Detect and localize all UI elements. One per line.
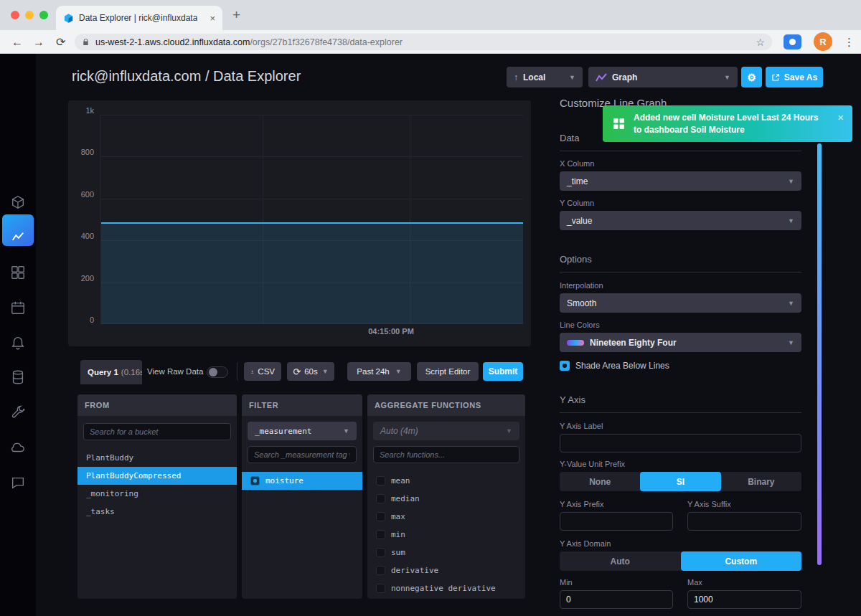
bookmark-star-icon[interactable]: ☆ — [756, 37, 765, 48]
function-item[interactable]: nonnegative derivative — [367, 579, 525, 597]
domain-option-custom[interactable]: Custom — [681, 551, 802, 571]
function-label: mean — [391, 476, 410, 485]
minimize-window-button[interactable] — [25, 11, 34, 19]
y-axis-label-input[interactable] — [560, 434, 801, 452]
auto-refresh-dropdown[interactable]: ⟳ 60s ▼ — [287, 362, 334, 381]
toast-close-icon[interactable]: × — [837, 111, 844, 123]
max-input[interactable] — [687, 590, 801, 609]
back-button[interactable]: ← — [11, 30, 23, 54]
zoom-window-button[interactable] — [39, 11, 48, 19]
nav-tasks-icon[interactable] — [0, 292, 36, 323]
toggle-knob — [209, 368, 217, 376]
y-axis-domain-radio-group: Auto Custom — [560, 551, 801, 571]
bucket-list-item[interactable]: _monitoring — [77, 485, 237, 503]
y-axis-prefix-label: Y Axis Prefix — [560, 500, 604, 508]
tag-value-item-selected[interactable]: moisture — [242, 472, 362, 490]
reload-button[interactable]: ⟳ — [56, 30, 65, 54]
unit-prefix-option-si[interactable]: SI — [640, 472, 720, 491]
function-item[interactable]: sum — [367, 544, 525, 561]
checkbox-checked-icon — [250, 476, 260, 485]
chevron-down-icon: ▼ — [395, 368, 402, 375]
x-column-label: X Column — [560, 159, 594, 168]
chart-panel: 1k 800 600 400 200 0 04:15:00 PM — [68, 100, 531, 346]
interpolation-dropdown[interactable]: Smooth ▼ — [560, 293, 801, 313]
new-tab-button[interactable]: + — [232, 7, 240, 23]
nav-feedback-icon[interactable] — [0, 467, 36, 498]
function-item[interactable]: derivative — [367, 561, 525, 579]
function-item[interactable]: max — [367, 508, 525, 526]
refresh-value: 60s — [304, 367, 318, 376]
interpolation-label: Interpolation — [560, 281, 603, 290]
y-tick-label: 800 — [68, 148, 94, 156]
timezone-dropdown[interactable]: ↑ Local ▼ — [507, 67, 583, 87]
y-tick-label: 200 — [68, 274, 94, 283]
divider — [237, 362, 237, 381]
checkbox-icon — [376, 476, 385, 485]
nav-dashboards-icon[interactable] — [0, 257, 36, 288]
y-column-dropdown[interactable]: _value ▼ — [560, 211, 801, 230]
csv-download-button[interactable]: CSV — [244, 362, 281, 381]
panel-scrollbar[interactable] — [817, 143, 822, 565]
min-input[interactable] — [560, 590, 673, 609]
bucket-list-item-selected[interactable]: PlantBuddyCompressed — [77, 467, 237, 485]
query-tab-label: Query 1 — [88, 368, 118, 376]
url-text: us-west-2-1.aws.cloud2.influxdata.com/or… — [95, 37, 403, 47]
submit-button[interactable]: Submit — [483, 362, 523, 381]
dashboard-cell-icon — [613, 118, 625, 130]
browser-menu-icon[interactable]: ⋮ — [844, 30, 855, 54]
nav-cloud-icon[interactable] — [0, 432, 36, 463]
y-tick-label: 1k — [68, 106, 94, 115]
script-editor-button[interactable]: Script Editor — [417, 362, 479, 381]
nav-alerts-icon[interactable] — [0, 327, 36, 359]
nav-load-data-icon[interactable] — [0, 186, 36, 218]
visualization-type-dropdown[interactable]: Graph ▼ — [588, 67, 738, 87]
csv-label: CSV — [258, 367, 275, 376]
bucket-list-item[interactable]: PlantBuddy — [77, 449, 237, 467]
x-tick-label: 04:15:00 PM — [341, 327, 441, 336]
extension-icon[interactable] — [784, 34, 801, 49]
nav-data-explorer-icon[interactable] — [0, 222, 36, 253]
browser-tab[interactable]: Data Explorer | rick@influxdata × — [56, 6, 222, 30]
save-as-button[interactable]: Save As — [766, 67, 823, 87]
max-label: Max — [687, 578, 702, 587]
function-label: min — [391, 530, 405, 539]
graph-settings-button[interactable]: ⚙ — [741, 67, 762, 87]
close-window-button[interactable] — [11, 11, 19, 19]
time-range-dropdown[interactable]: Past 24h ▼ — [347, 362, 411, 381]
url-bar[interactable]: us-west-2-1.aws.cloud2.influxdata.com/or… — [75, 34, 772, 50]
influxdb-app: rick@influxdata.com / Data Explorer ↑ Lo… — [0, 54, 861, 616]
browser-toolbar: ← → ⟳ us-west-2-1.aws.cloud2.influxdata.… — [0, 30, 861, 54]
shade-area-checkbox-row[interactable]: Shade Area Below Lines — [560, 361, 669, 371]
line-colors-dropdown[interactable]: Nineteen Eighty Four ▼ — [560, 333, 801, 352]
nav-settings-icon[interactable] — [0, 397, 36, 428]
unit-prefix-option-none[interactable]: None — [560, 472, 640, 491]
window-period-dropdown[interactable]: Auto (4m) ▼ — [373, 422, 519, 440]
nav-databases-icon[interactable] — [0, 361, 36, 393]
tab-close-icon[interactable]: × — [210, 13, 215, 24]
query-tab[interactable]: Query 1 (0.16s) — [80, 360, 142, 384]
function-label: nonnegative derivative — [391, 584, 496, 593]
bucket-list-item[interactable]: _tasks — [77, 503, 237, 521]
domain-option-auto[interactable]: Auto — [560, 551, 681, 571]
nav-rail — [0, 54, 36, 616]
chart-plot[interactable] — [100, 115, 522, 324]
chevron-down-icon: ▼ — [502, 427, 512, 435]
filter-key-dropdown[interactable]: _measurement ▼ — [248, 422, 357, 440]
chevron-down-icon: ▼ — [784, 300, 794, 307]
forward-button[interactable]: → — [33, 30, 44, 54]
bucket-search-input[interactable] — [83, 423, 231, 440]
from-panel-header: FROM — [77, 394, 237, 416]
function-item[interactable]: min — [367, 526, 525, 544]
view-raw-data-toggle[interactable] — [207, 366, 228, 378]
tag-value-search-input[interactable] — [248, 446, 357, 463]
profile-avatar[interactable]: R — [814, 32, 832, 51]
x-column-dropdown[interactable]: _time ▼ — [560, 171, 801, 191]
y-axis-prefix-input[interactable] — [560, 512, 673, 531]
y-axis-suffix-input[interactable] — [687, 512, 801, 531]
unit-prefix-option-binary[interactable]: Binary — [721, 472, 801, 491]
function-item[interactable]: median — [367, 490, 525, 508]
y-axis-suffix-label: Y Axis Suffix — [687, 500, 731, 508]
function-item[interactable]: mean — [367, 472, 525, 490]
function-search-input[interactable] — [373, 446, 519, 463]
tab-title: Data Explorer | rick@influxdata — [79, 13, 197, 23]
